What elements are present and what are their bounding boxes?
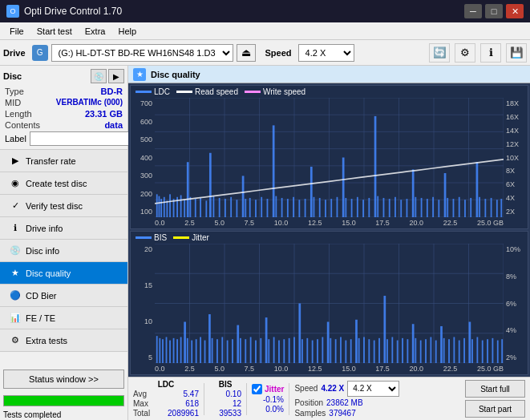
chart1-yr-8x: 8X [506, 167, 515, 175]
chart2-x-0: 0.0 [155, 365, 165, 373]
chart2-x-125: 12.5 [308, 365, 322, 373]
maximize-button[interactable]: □ [485, 4, 503, 18]
chart2-x-175: 17.5 [375, 365, 390, 373]
legend-writespeed: Write speed [245, 87, 305, 96]
svg-rect-177 [487, 339, 488, 363]
app-title: Opti Drive Control 1.70 [24, 6, 122, 17]
jitter-max-row: 0.0% [252, 405, 284, 414]
svg-rect-176 [482, 341, 483, 363]
svg-rect-73 [421, 198, 423, 217]
menu-extra[interactable]: Extra [79, 26, 112, 37]
bis-header: BIS [209, 380, 241, 389]
svg-rect-108 [169, 341, 171, 363]
chart2-y-axis-right: 10% 8% 6% 4% 2% [504, 244, 528, 363]
chart2-body: 20 15 10 5 [131, 244, 528, 363]
disc-icon-btn-1[interactable]: 💿 [91, 69, 107, 83]
nav-extra-tests[interactable]: ⚙ Extra tests [0, 329, 127, 352]
svg-rect-170 [453, 337, 455, 363]
nav-disc-info[interactable]: 💿 Disc info [0, 240, 127, 262]
drive-select[interactable]: (G:) HL-DT-ST BD-RE WH16NS48 1.D3 [51, 44, 233, 62]
chart2-y-15: 15 [144, 281, 152, 289]
svg-rect-68 [394, 197, 396, 217]
svg-rect-147 [345, 341, 346, 363]
jitter-checkbox[interactable] [252, 384, 262, 394]
refresh-button[interactable]: 🔄 [429, 43, 450, 63]
drive-toolbar: Drive G (G:) HL-DT-ST BD-RE WH16NS48 1.D… [0, 40, 530, 66]
chart2-x-200: 20.0 [410, 365, 424, 373]
save-button[interactable]: 💾 [506, 43, 527, 63]
svg-rect-82 [470, 198, 471, 217]
svg-rect-41 [249, 198, 251, 217]
minimize-button[interactable]: ─ [464, 4, 482, 18]
chart2-x-axis: 0.0 2.5 5.0 7.5 10.0 12.5 15.0 17.5 20.0… [131, 363, 528, 374]
chart1-x-100: 10.0 [274, 219, 289, 227]
svg-rect-50 [298, 200, 300, 217]
svg-rect-113 [187, 338, 188, 363]
svg-rect-80 [459, 197, 460, 217]
svg-rect-37 [230, 197, 232, 217]
svg-rect-157 [391, 337, 393, 363]
stats-divider-3 [289, 383, 289, 415]
extra-tests-icon: ⚙ [10, 335, 21, 346]
eject-button[interactable]: ⏏ [237, 44, 256, 62]
nav-transfer-rate[interactable]: ▶ Transfer rate [0, 150, 127, 172]
svg-rect-173 [469, 322, 471, 363]
chart1-svg [155, 98, 504, 217]
svg-rect-145 [335, 339, 337, 363]
ldc-header: LDC [133, 380, 199, 389]
chart1-yr-6x: 6X [506, 180, 515, 188]
drive-icon: G [32, 45, 48, 61]
svg-rect-27 [184, 200, 185, 217]
status-window-button[interactable]: Status window >> [3, 370, 124, 389]
nav-cd-bier[interactable]: 🔵 CD Bier [0, 285, 127, 307]
info-button[interactable]: ℹ [480, 43, 501, 63]
mid-label: MID [5, 98, 21, 107]
svg-rect-153 [374, 341, 375, 363]
chart2-y-20: 20 [144, 245, 152, 253]
svg-rect-148 [350, 339, 352, 363]
svg-rect-166 [435, 341, 437, 363]
chart1-x-150: 15.0 [342, 219, 356, 227]
svg-rect-172 [463, 338, 465, 363]
svg-rect-112 [184, 322, 186, 363]
chart1-x-75: 7.5 [245, 219, 255, 227]
chart1-y-200: 200 [140, 190, 152, 198]
speed-stat-dropdown[interactable]: 4.2 X [347, 381, 399, 397]
svg-rect-106 [162, 339, 164, 363]
jitter-avg-row: -0.1% [252, 395, 284, 404]
start-part-button[interactable]: Start part [465, 400, 525, 418]
svg-rect-55 [325, 200, 326, 217]
total-label: Total [133, 409, 156, 418]
progress-bar-outer [3, 395, 124, 406]
right-panel: ★ Disc quality LDC Read speed [128, 66, 530, 420]
bis-total-value: 39533 [209, 409, 241, 418]
chart1-yr-18x: 18X [506, 99, 519, 107]
svg-rect-28 [187, 162, 189, 217]
nav-create-test-disc[interactable]: ◉ Create test disc [0, 172, 127, 195]
drive-info-icon: ℹ [10, 223, 21, 234]
svg-rect-158 [397, 341, 399, 363]
nav-disc-quality[interactable]: ★ Disc quality [0, 262, 127, 285]
svg-rect-76 [438, 200, 439, 217]
legend-readspeed: Read speed [176, 87, 238, 96]
menu-file[interactable]: File [3, 26, 30, 37]
svg-rect-136 [293, 337, 295, 363]
max-label: Max [133, 399, 156, 408]
speed-select[interactable]: 4.2 X [298, 44, 354, 62]
svg-rect-137 [298, 304, 301, 364]
settings-button[interactable]: ⚙ [455, 43, 475, 63]
close-button[interactable]: ✕ [506, 4, 524, 18]
svg-rect-133 [278, 341, 280, 363]
nav-fe-te[interactable]: 📊 FE / TE [0, 307, 127, 329]
nav-verify-test-disc[interactable]: ✓ Verify test disc [0, 195, 127, 217]
menu-help[interactable]: Help [111, 26, 143, 37]
svg-rect-22 [167, 200, 168, 217]
nav-drive-info[interactable]: ℹ Drive info [0, 217, 127, 240]
start-full-button[interactable]: Start full [465, 380, 525, 398]
jitter-header-row: Jitter [252, 384, 284, 394]
legend-bis-color [136, 236, 152, 239]
disc-icon-btn-2[interactable]: ▶ [108, 69, 124, 83]
menu-start-test[interactable]: Start test [30, 26, 79, 37]
chart1-yr-16x: 16X [506, 113, 519, 121]
drive-label: Drive [3, 48, 26, 58]
